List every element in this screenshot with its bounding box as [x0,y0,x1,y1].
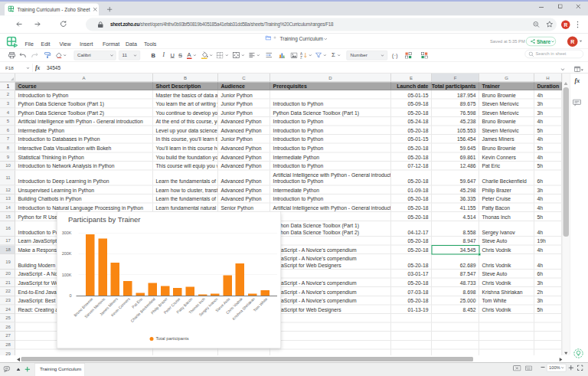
svg-text:Z: Z [300,56,302,59]
